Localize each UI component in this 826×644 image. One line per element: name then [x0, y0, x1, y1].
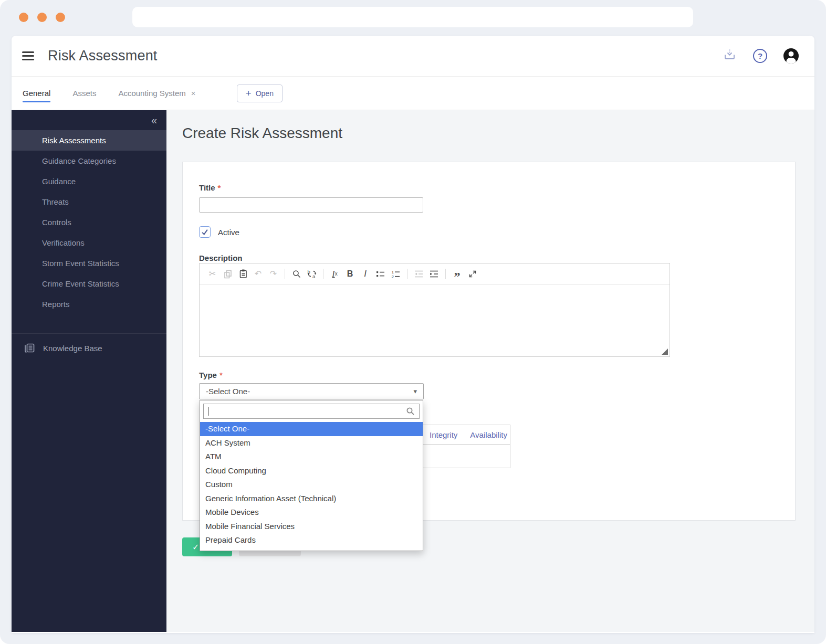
book-icon — [24, 343, 35, 353]
app-header: Risk Assessment ? — [12, 36, 814, 77]
screen-frame: Risk Assessment ? — [0, 0, 826, 644]
type-label: Type* — [199, 371, 795, 380]
maximize-icon[interactable] — [467, 268, 478, 280]
sidebar-item-guidance-categories[interactable]: Guidance Categories — [12, 151, 166, 171]
dropdown-search-input[interactable] — [208, 407, 406, 416]
dropdown-option[interactable]: Mobile Devices — [200, 505, 423, 520]
sidebar-item-controls[interactable]: Controls — [12, 212, 166, 233]
window-control-dot[interactable] — [19, 13, 28, 22]
title-input[interactable] — [199, 197, 423, 213]
tab-assets[interactable]: Assets — [72, 77, 96, 110]
form-card: Title* Active Description — [182, 162, 796, 521]
cia-table: Integrity Availability — [415, 425, 510, 468]
help-icon[interactable]: ? — [753, 49, 767, 63]
page-title: Create Risk Assessment — [182, 125, 342, 142]
dropdown-option[interactable]: -Select One- — [200, 422, 423, 436]
close-tab-icon[interactable]: × — [191, 89, 196, 98]
app-window: Risk Assessment ? — [12, 36, 814, 633]
window-control-dot[interactable] — [56, 13, 65, 22]
collapse-sidebar-icon[interactable]: « — [151, 115, 157, 125]
tab-general[interactable]: General — [23, 77, 50, 110]
sidebar: « Risk Assessments Guidance Categories G… — [12, 110, 166, 632]
dropdown-option[interactable]: ACH System — [200, 436, 423, 450]
sidebar-item-threats[interactable]: Threats — [12, 192, 166, 212]
sidebar-item-guidance[interactable]: Guidance — [12, 171, 166, 192]
required-marker: * — [218, 183, 221, 192]
editor-toolbar: ✂ ↶ — [200, 263, 670, 284]
window-control-dot[interactable] — [37, 13, 47, 22]
dropdown-search[interactable] — [203, 404, 420, 419]
dropdown-option[interactable]: ATM — [200, 450, 423, 464]
window-controls — [19, 13, 65, 22]
bold-icon[interactable]: B — [344, 268, 356, 280]
chevron-down-icon: ▾ — [413, 387, 417, 395]
sidebar-item-storm-event-statistics[interactable]: Storm Event Statistics — [12, 253, 166, 273]
plus-icon: + — [246, 88, 252, 98]
dropdown-option[interactable]: Generic Information Asset (Technical) — [200, 492, 423, 506]
active-label: Active — [218, 228, 239, 237]
decrease-indent-icon[interactable] — [413, 268, 424, 280]
sidebar-item-crime-event-statistics[interactable]: Crime Event Statistics — [12, 273, 166, 294]
tab-availability[interactable]: Availability — [470, 430, 507, 439]
type-select[interactable]: -Select One- ▾ — [199, 383, 424, 399]
remove-format-icon[interactable]: Ix — [329, 268, 340, 280]
bulleted-list-icon[interactable] — [375, 268, 386, 280]
sidebar-item-verifications[interactable]: Verifications — [12, 233, 166, 253]
tab-bar: General Assets Accounting System × + Ope… — [12, 77, 814, 110]
sidebar-item-reports[interactable]: Reports — [12, 294, 166, 314]
check-icon: ✓ — [192, 543, 199, 552]
cut-icon[interactable]: ✂ — [207, 268, 218, 280]
undo-icon[interactable]: ↶ — [253, 268, 264, 280]
menu-icon[interactable] — [22, 48, 39, 65]
paste-icon[interactable] — [237, 268, 248, 280]
copy-icon[interactable] — [222, 268, 233, 280]
open-button[interactable]: + Open — [237, 85, 283, 102]
resize-grip[interactable] — [662, 349, 668, 355]
dropdown-option[interactable]: Prepaid Cards — [200, 533, 423, 547]
active-checkbox[interactable] — [199, 226, 211, 238]
numbered-list-icon[interactable]: 1 2 — [390, 268, 401, 280]
app-title: Risk Assessment — [48, 48, 158, 64]
dropdown-option[interactable]: Mobile Financial Services — [200, 520, 423, 534]
sidebar-item-risk-assessments[interactable]: Risk Assessments — [12, 130, 166, 151]
dropdown-option[interactable]: RDC - Merchant and Consumer — [200, 547, 423, 552]
type-dropdown-panel: -Select One- ACH System ATM Cloud Comput… — [200, 400, 423, 551]
replace-icon[interactable]: 1 b a — [306, 268, 317, 280]
dropdown-option[interactable]: Cloud Computing — [200, 464, 423, 478]
description-label: Description — [199, 254, 795, 263]
main-content: Create Risk Assessment Title* Active — [166, 110, 814, 632]
blockquote-icon[interactable]: ” — [452, 268, 463, 280]
dropdown-option[interactable]: Custom — [200, 478, 423, 492]
download-icon[interactable] — [723, 48, 737, 64]
search-icon — [406, 407, 415, 416]
italic-icon[interactable]: I — [360, 268, 371, 280]
sidebar-item-knowledge-base[interactable]: Knowledge Base — [12, 334, 166, 362]
required-marker: * — [219, 371, 223, 379]
tab-accounting-system[interactable]: Accounting System × — [118, 77, 195, 110]
increase-indent-icon[interactable] — [428, 268, 440, 280]
redo-icon[interactable]: ↷ — [268, 268, 279, 280]
profile-avatar-icon[interactable] — [783, 48, 799, 64]
tab-integrity[interactable]: Integrity — [430, 430, 457, 439]
rich-text-editor: ✂ ↶ — [199, 263, 670, 357]
editor-content-area[interactable] — [200, 284, 670, 356]
find-icon[interactable] — [291, 268, 302, 280]
title-label: Title* — [199, 183, 795, 193]
svg-text:2: 2 — [392, 274, 394, 279]
address-bar[interactable] — [132, 7, 693, 27]
